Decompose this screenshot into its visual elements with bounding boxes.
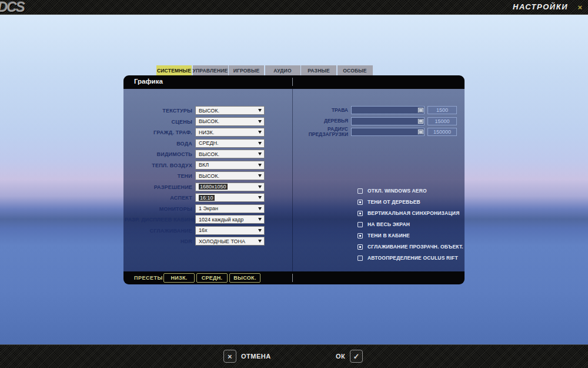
checkbox-row[interactable]: ОТКЛ. WINDOWS AERO [358, 187, 427, 194]
tab-6[interactable]: ОСОБЫЕ [338, 65, 373, 75]
tab-1[interactable]: СИСТЕМНЫЕ [156, 65, 192, 75]
cancel-x-icon[interactable]: × [223, 350, 236, 363]
panel-header: Графика [123, 75, 465, 89]
title-bar: DCS НАСТРОЙКИ × [0, 0, 588, 15]
setting-dropdown[interactable]: ХОЛОДНЫЕ ТОНА [195, 237, 265, 246]
slider-label: ДЕРЕВЬЯ [294, 117, 348, 126]
checkbox-checked-icon[interactable] [358, 211, 363, 216]
checkbox-row[interactable]: ВЕРТИКАЛЬНАЯ СИНХРОНИЗАЦИЯ [358, 210, 459, 217]
chevron-down-icon[interactable] [258, 185, 262, 188]
checkbox-row[interactable]: ТЕНИ В КАБИНЕ [358, 232, 410, 239]
chevron-down-icon[interactable] [258, 142, 262, 145]
chevron-down-icon[interactable] [258, 196, 262, 199]
slider-value[interactable]: 15000 [427, 117, 457, 125]
setting-label: HDR [125, 238, 192, 244]
setting-label: ГРАЖД. ТРАФ. [125, 130, 192, 135]
slider-value[interactable]: 150000 [427, 128, 457, 136]
preset-button-2[interactable]: СРЕДН. [196, 273, 228, 283]
chevron-down-icon[interactable] [258, 109, 262, 112]
setting-dropdown[interactable]: ВКЛ [195, 161, 265, 170]
slider-row: РАДИУС ПРЕДЗАГРУЗКИ150000 [294, 128, 465, 137]
dropdown-value: ВЫСОК. [199, 108, 219, 114]
dropdown-value: 1 Экран [199, 205, 218, 211]
slider-handle[interactable] [417, 129, 424, 135]
slider-track[interactable] [351, 106, 425, 114]
chevron-down-icon[interactable] [258, 174, 262, 177]
dropdown-value: 16x [199, 227, 208, 233]
setting-row: СГЛАЖИВАНИЕ16x [123, 226, 276, 235]
setting-dropdown[interactable]: ВЫСОК. [195, 117, 265, 126]
checkbox-label: ТЕНИ В КАБИНЕ [368, 233, 410, 238]
setting-row: АСПЕКТ16:10 [123, 193, 276, 202]
chevron-down-icon[interactable] [258, 218, 262, 221]
chevron-down-icon[interactable] [258, 152, 262, 155]
dropdown-value: НИЗК. [199, 130, 214, 135]
slider-value[interactable]: 1500 [427, 106, 457, 114]
graphics-panel: Графика ТЕКСТУРЫВЫСОК.СЦЕНЫВЫСОК.ГРАЖД. … [123, 75, 465, 284]
tab-3[interactable]: ИГРОВЫЕ [229, 65, 264, 75]
chevron-down-icon[interactable] [258, 207, 262, 210]
setting-label: ТЕПЛ. ВОЗДУХ [125, 163, 192, 168]
chevron-down-icon[interactable] [258, 240, 262, 243]
checkbox-row[interactable]: АВТООПРЕДЕЛЕНИЕ OCULUS RIFT [358, 254, 458, 261]
setting-dropdown[interactable]: 16:10 [195, 193, 265, 202]
setting-dropdown[interactable]: ВЫСОК. [195, 106, 265, 115]
checkbox-checked-icon[interactable] [358, 200, 363, 205]
cancel-label: ОТМЕНА [241, 353, 271, 360]
tab-4[interactable]: АУДИО [265, 65, 300, 75]
slider-handle[interactable] [417, 118, 424, 124]
checkbox-label: ОТКЛ. WINDOWS AERO [368, 188, 427, 194]
setting-label: ТЕКСТУРЫ [125, 108, 192, 114]
ok-check-icon[interactable]: ✓ [350, 350, 363, 363]
setting-dropdown[interactable]: 1680x1050 [195, 183, 265, 191]
checkbox-unchecked-icon[interactable] [358, 256, 363, 261]
checkbox-row[interactable]: СГЛАЖИВАНИЕ ПРОЗРАЧН. ОБЪЕКТ. [358, 243, 463, 250]
setting-label: АСПЕКТ [125, 195, 192, 201]
checkbox-label: СГЛАЖИВАНИЕ ПРОЗРАЧН. ОБЪЕКТ. [368, 244, 463, 250]
preset-button-1[interactable]: НИЗК. [163, 273, 195, 283]
tab-2[interactable]: УПРАВЛЕНИЕ [193, 65, 228, 75]
chevron-down-icon[interactable] [258, 120, 262, 123]
checkbox-unchecked-icon[interactable] [358, 188, 363, 194]
settings-tabs: СИСТЕМНЫЕУПРАВЛЕНИЕИГРОВЫЕАУДИОРАЗНЫЕОСО… [156, 65, 373, 75]
settings-screen: DCS НАСТРОЙКИ × СИСТЕМНЫЕУПРАВЛЕНИЕИГРОВ… [0, 0, 588, 368]
checkbox-checked-icon[interactable] [358, 244, 363, 250]
setting-dropdown[interactable]: 1024 каждый кадр [195, 215, 265, 224]
footer-divider [292, 274, 293, 282]
setting-dropdown[interactable]: НИЗК. [195, 128, 265, 137]
setting-dropdown[interactable]: 1 Экран [195, 204, 265, 213]
setting-label: СЦЕНЫ [125, 119, 192, 125]
chevron-down-icon[interactable] [258, 229, 262, 232]
checkbox-label: ТЕНИ ОТ ДЕРЕВЬЕВ [368, 199, 420, 205]
chevron-down-icon[interactable] [258, 164, 262, 167]
checkbox-unchecked-icon[interactable] [358, 222, 363, 227]
slider-track[interactable] [351, 117, 425, 125]
setting-dropdown[interactable]: ВЫСОК. [195, 150, 265, 158]
checkbox-label: ВЕРТИКАЛЬНАЯ СИНХРОНИЗАЦИЯ [368, 210, 459, 216]
dropdown-value: ХОЛОДНЫЕ ТОНА [199, 238, 245, 244]
setting-dropdown[interactable]: СРЕДН. [195, 139, 265, 148]
checkbox-checked-icon[interactable] [358, 233, 363, 238]
close-icon[interactable]: × [577, 3, 582, 12]
setting-label: ВИДИМОСТЬ [125, 151, 192, 157]
chevron-down-icon[interactable] [258, 131, 262, 134]
panel-body: ТЕКСТУРЫВЫСОК.СЦЕНЫВЫСОК.ГРАЖД. ТРАФ.НИЗ… [123, 89, 465, 271]
header-divider [292, 78, 293, 86]
cancel-button[interactable]: × ОТМЕНА [223, 350, 271, 363]
setting-row: МОНИТОРЫ1 Экран [123, 204, 276, 213]
ok-button[interactable]: ОК ✓ [336, 350, 363, 363]
setting-dropdown[interactable]: ВЫСОК. [195, 171, 265, 180]
checkbox-row[interactable]: НА ВЕСЬ ЭКРАН [358, 221, 410, 228]
checkbox-row[interactable]: ТЕНИ ОТ ДЕРЕВЬЕВ [358, 198, 420, 205]
dcs-logo: DCS [0, 0, 24, 15]
checkbox-label: АВТООПРЕДЕЛЕНИЕ OCULUS RIFT [368, 255, 458, 261]
slider-handle[interactable] [417, 107, 424, 113]
setting-dropdown[interactable]: 16x [195, 226, 265, 235]
setting-label: МОНИТОРЫ [125, 206, 192, 212]
preset-button-3[interactable]: ВЫСОК. [229, 273, 260, 283]
slider-track[interactable] [351, 128, 425, 136]
page-title: НАСТРОЙКИ [513, 2, 568, 11]
panel-title: Графика [134, 78, 163, 85]
checkbox-label: НА ВЕСЬ ЭКРАН [368, 221, 410, 227]
tab-5[interactable]: РАЗНЫЕ [301, 65, 336, 75]
